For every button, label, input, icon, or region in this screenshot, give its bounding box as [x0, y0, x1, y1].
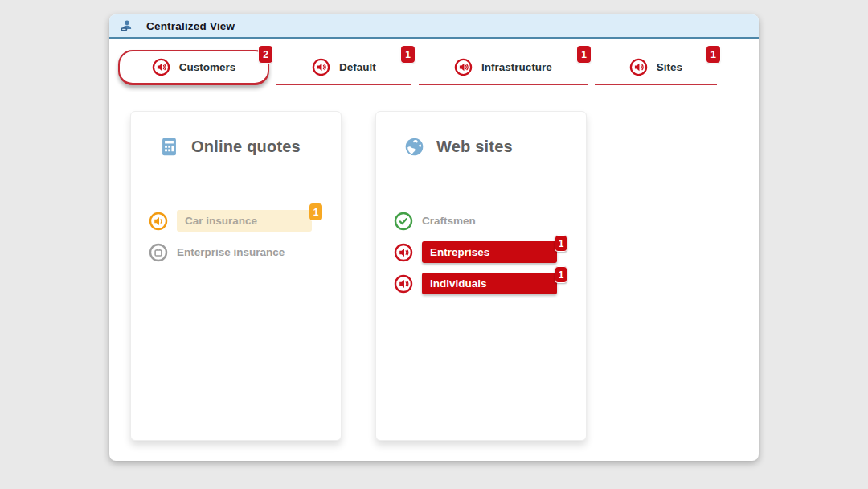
service-label-box: Entreprises 1 [422, 241, 557, 263]
service-row-enterprise-insurance[interactable]: Enterprise insurance [149, 240, 341, 264]
service-badge: 1 [555, 266, 567, 283]
service-label: Car insurance [185, 215, 257, 227]
tab-customers[interactable]: Customers 2 [118, 50, 269, 85]
service-label: Individuals [430, 277, 487, 290]
card-title: Online quotes [191, 138, 301, 156]
user-contact-icon [120, 19, 133, 33]
service-badge: 1 [309, 203, 322, 220]
service-row-entreprises[interactable]: Entreprises 1 [394, 240, 586, 264]
service-label: Entreprises [430, 246, 489, 258]
card-header: Web sites [403, 136, 586, 158]
page-title: Centralized View [146, 20, 235, 32]
speaker-icon [394, 243, 413, 262]
tab-badge: 1 [577, 46, 591, 63]
service-label-box: Individuals 1 [422, 273, 557, 294]
card-title: Web sites [436, 138, 513, 156]
calculator-icon [158, 136, 180, 158]
service-label: Craftsmen [422, 215, 476, 227]
speaker-icon [394, 274, 413, 294]
card-web-sites: Web sites Craftsmen [375, 111, 587, 441]
tab-badge: 1 [706, 46, 720, 63]
tab-label: Infrastructure [481, 61, 552, 73]
card-header: Online quotes [158, 136, 341, 158]
tab-label: Customers [179, 61, 236, 73]
service-badge: 1 [555, 235, 567, 252]
cards-area: Online quotes Car insurance 1 [109, 85, 759, 441]
service-list: Car insurance 1 Enterprise insurance [149, 209, 341, 264]
calendar-icon [149, 243, 168, 262]
centralized-view-window: Centralized View Customers 2 [109, 14, 759, 461]
speaker-icon [629, 58, 648, 76]
tab-label: Default [339, 61, 376, 73]
check-icon [394, 212, 413, 231]
speaker-icon [149, 212, 168, 231]
tab-badge: 2 [259, 46, 272, 63]
service-label-box: Car insurance 1 [177, 210, 312, 232]
card-online-quotes: Online quotes Car insurance 1 [130, 111, 342, 441]
service-row-craftsmen[interactable]: Craftsmen [394, 209, 586, 232]
tab-infrastructure[interactable]: Infrastructure 1 [419, 50, 588, 85]
service-label: Enterprise insurance [177, 246, 285, 258]
tab-badge: 1 [401, 46, 415, 63]
speaker-icon [312, 58, 330, 76]
service-list: Craftsmen Entreprises 1 [394, 209, 586, 295]
tab-label: Sites [657, 61, 682, 73]
tab-default[interactable]: Default 1 [276, 50, 411, 85]
service-row-car-insurance[interactable]: Car insurance 1 [149, 209, 341, 232]
service-row-individuals[interactable]: Individuals 1 [394, 272, 586, 295]
globe-icon [403, 136, 425, 158]
tab-sites[interactable]: Sites 1 [595, 50, 717, 85]
title-bar: Centralized View [109, 14, 759, 39]
tab-bar: Customers 2 Default 1 In [109, 39, 759, 85]
speaker-icon [152, 58, 170, 76]
speaker-icon [454, 58, 473, 76]
